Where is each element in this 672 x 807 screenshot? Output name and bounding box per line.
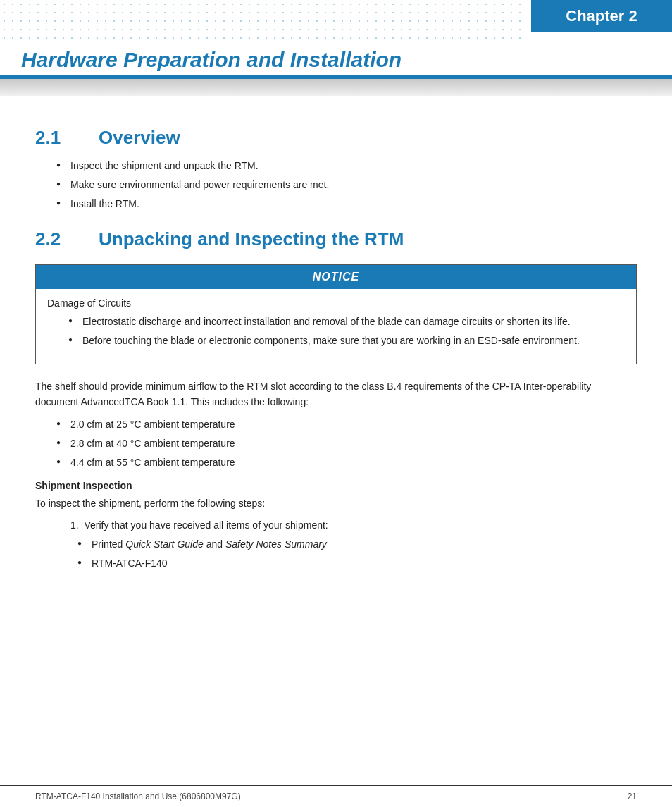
airflow-bullets: 2.0 cfm at 25 °C ambient temperature 2.8…	[56, 417, 637, 470]
list-item: Inspect the shipment and unpack the RTM.	[56, 159, 637, 173]
step-1-text: Verify that you have received all items …	[84, 519, 328, 531]
list-item: Printed Quick Start Guide and Safety Not…	[77, 537, 637, 552]
list-item: 1. Verify that you have received all ite…	[56, 518, 637, 571]
header-area: Chapter 2	[0, 0, 672, 42]
page-footer: RTM-ATCA-F140 Installation and Use (6806…	[0, 785, 672, 807]
bullet-text-rtm: RTM-ATCA-F140	[92, 557, 168, 569]
main-content: 2.1 Overview Inspect the shipment and un…	[0, 96, 672, 592]
list-item: 2.0 cfm at 25 °C ambient temperature	[56, 417, 637, 432]
grey-band-decoration	[0, 79, 672, 96]
footer-left-text: RTM-ATCA-F140 Installation and Use (6806…	[35, 791, 241, 801]
shipment-steps: 1. Verify that you have received all ite…	[56, 518, 637, 571]
italic-quick-start: Quick Start Guide	[125, 538, 204, 550]
section-2-1-title: Overview	[99, 127, 180, 149]
italic-safety-notes: Safety Notes Summary	[225, 538, 327, 550]
bullet-text-printed: Printed Quick Start Guide and Safety Not…	[92, 538, 327, 550]
section-2-2-number: 2.2	[35, 228, 77, 250]
section-2-1-bullets: Inspect the shipment and unpack the RTM.…	[56, 159, 637, 211]
page-title: Hardware Preparation and Installation	[21, 48, 402, 71]
section-2-2-title: Unpacking and Inspecting the RTM	[99, 228, 404, 250]
section-2-2-heading: 2.2 Unpacking and Inspecting the RTM	[35, 228, 637, 250]
notice-bullets: Electrostatic discharge and incorrect in…	[68, 314, 625, 348]
body-text-airflow: The shelf should provide minimum airflow…	[35, 378, 637, 410]
notice-damage-title: Damage of Circuits	[47, 297, 625, 309]
list-item: RTM-ATCA-F140	[77, 556, 637, 571]
step-number: 1.	[70, 519, 84, 531]
list-item: 4.4 cfm at 55 °C ambient temperature	[56, 455, 637, 470]
shipment-inspection-heading: Shipment Inspection	[35, 480, 637, 491]
dot-pattern-decoration	[0, 0, 524, 42]
chapter-label: Chapter 2	[531, 0, 672, 32]
list-item: Make sure environmental and power requir…	[56, 178, 637, 192]
section-2-1-heading: 2.1 Overview	[35, 127, 637, 149]
notice-box: NOTICE Damage of Circuits Electrostatic …	[35, 264, 637, 364]
list-item: Install the RTM.	[56, 197, 637, 211]
step-1-sub-bullets: Printed Quick Start Guide and Safety Not…	[77, 537, 637, 571]
section-2-1-number: 2.1	[35, 127, 77, 149]
title-bar: Hardware Preparation and Installation	[0, 42, 672, 75]
notice-header: NOTICE	[36, 265, 636, 289]
shipment-intro-text: To inspect the shipment, perform the fol…	[35, 495, 637, 511]
list-item: Electrostatic discharge and incorrect in…	[68, 314, 625, 329]
footer-page-number: 21	[628, 791, 637, 801]
list-item: Before touching the blade or electronic …	[68, 333, 625, 348]
notice-body: Damage of Circuits Electrostatic dischar…	[36, 289, 636, 364]
list-item: 2.8 cfm at 40 °C ambient temperature	[56, 436, 637, 451]
